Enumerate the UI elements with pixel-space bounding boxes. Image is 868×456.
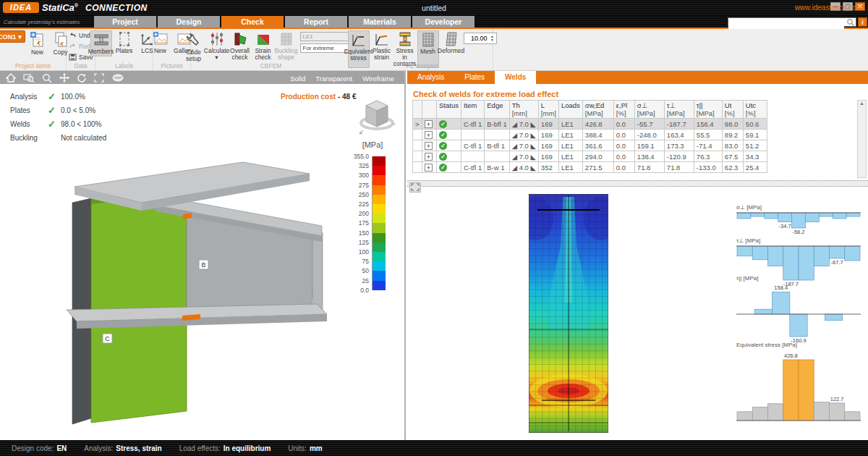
cell-t-perp: -120.9 [664,151,694,162]
weld-row[interactable]: >+✓C-tfl 1B-bfl 1◢ 7.0 ◣169LE1426.80.0-5… [413,119,767,130]
col-header[interactable]: σw,Ed[MPa] [582,101,613,119]
cell-sw-ed: 294.0 [582,151,613,162]
plates-labels-toggle[interactable]: Plates [114,30,135,56]
buckling-icon [279,31,294,47]
new-project-item-button[interactable]: New [27,30,48,56]
chart-title: σ⊥ [MPa] [736,204,864,211]
expand-row-button[interactable]: + [425,153,433,161]
expand-panel-button[interactable] [409,182,421,193]
col-header[interactable]: Status [437,101,461,119]
contact-stress-icon [397,31,413,47]
weld-row[interactable]: +✓C-tfl 1B-w 1◢ 4.0 ◣352LE1271.50.071.87… [413,162,767,173]
weld-row[interactable]: +✓◢ 7.0 ◣169LE1294.00.0138.4-120.976.367… [413,151,767,162]
statusbar-item: Analysis:Stress, strain [84,444,161,452]
expand-row-button[interactable]: + [425,142,433,150]
view-mode-wireframe[interactable]: Wireframe [362,75,394,83]
chart-1: σ⊥ [MPa]-34.7-58.2 [736,204,864,240]
cell-e-pl: 0.0 [613,130,634,140]
expand-row-button[interactable]: + [425,164,433,172]
tab-check[interactable]: Check [221,16,284,28]
col-header[interactable]: Utc[%] [743,101,767,119]
new-picture-icon [153,31,169,47]
title-bar: IDEA StatiCa® CONNECTION untitled – □ ✕ [0,0,868,16]
chart-title: τ⊥ [MPa] [736,237,864,244]
code-setup-button[interactable]: Code setup [183,30,205,63]
overall-check-button[interactable]: Overall check [229,30,251,63]
tab-materials[interactable]: Materials [349,16,411,28]
weld-row[interactable]: +✓◢ 7.0 ◣169LE1388.40.0-248.0163.455.589… [413,130,767,140]
tab-design[interactable]: Design [158,16,220,28]
buckling-shape-button[interactable]: Buckling shape [276,30,297,63]
viewport-3d[interactable]: SolidTransparentWireframe Analysis✓100.0… [0,71,406,440]
zoom-icon[interactable] [42,73,52,83]
cell-loads: LE1 [558,130,582,140]
tab-report[interactable]: Report [285,16,347,28]
members-labels-toggle[interactable]: Members [90,30,112,56]
results-tabs: AnalysisPlatesWelds [407,71,868,84]
pane-splitter[interactable] [407,180,868,187]
expand-icon [411,183,420,191]
welds-table[interactable]: StatusItemEdgeTh[mm]L[mm]Loadsσw,Ed[MPa]… [412,100,767,173]
cell-loads: LE1 [558,151,582,162]
cell-th: ◢ 4.0 ◣ [509,162,538,173]
group-project-items: CON1▾ New Copy Project items [0,29,67,70]
connection-3d-model[interactable]: B C [18,111,380,436]
pan-icon[interactable] [59,73,69,83]
tab-project[interactable]: Project [94,16,156,28]
col-header[interactable]: ε,Pl[%] [613,101,634,119]
expand-row-button[interactable]: + [425,120,433,128]
ribbon-tabs: ProjectDesignCheckReportMaterialsDevelop… [94,16,475,28]
statusbar-label: Design code: [12,444,54,452]
cell-item: C-tfl 1 [461,140,484,151]
group-fe-analysis: Equivalent stress Plastic strain Stress … [352,29,493,70]
col-header[interactable]: τ⊥[MPa] [664,101,694,119]
chart-value-label: -67.7 [831,259,843,266]
col-header[interactable]: Edge [485,101,509,119]
col-header[interactable]: Item [461,101,484,119]
deformed-scale-spinner[interactable]: 10.00 ▲▼ [464,33,497,44]
results-tab-analysis[interactable]: Analysis [407,71,454,84]
search-box[interactable] [728,17,856,27]
new-picture-button[interactable]: New [150,30,171,55]
col-header[interactable]: Loads [558,101,582,119]
info-button[interactable]: i [858,17,867,27]
row-indicator [413,151,422,162]
expand-row-button[interactable]: + [425,131,433,139]
view-mode-solid[interactable]: Solid [290,75,305,83]
cell-e-pl: 0.0 [613,119,634,130]
cell-utc: 59.1 [743,130,767,140]
view-mode-transparent[interactable]: Transparent [315,75,352,83]
cell-s-perp: 159.1 [634,140,664,151]
zoom-window-icon[interactable] [23,73,35,83]
table-scrollbar[interactable]: ▲ [857,100,867,178]
overall-check-icon [232,31,248,47]
col-header[interactable]: Ut[%] [722,101,743,119]
col-header[interactable] [413,101,422,119]
chart-value-label: 158.4 [774,284,788,291]
tab-developer[interactable]: Developer [412,16,475,28]
col-header[interactable]: L[mm] [538,101,558,119]
fit-view-icon[interactable] [94,73,104,83]
col-header[interactable]: τ||[MPa] [694,101,722,119]
calculate-button[interactable]: Calculate ▾ [206,30,228,63]
cell-ut: 83.0 [722,140,743,151]
connection-selector[interactable]: CON1▾ [0,30,25,43]
document-title: untitled [0,4,868,12]
statusbar-label: Units: [288,444,307,452]
strain-check-button[interactable]: Strain check [252,30,274,63]
clipping-icon[interactable] [111,73,124,83]
results-tab-plates[interactable]: Plates [454,71,495,84]
col-header[interactable] [422,101,437,119]
weld-stress-contour [529,194,608,433]
abacus-icon [209,31,225,47]
col-header[interactable]: Th[mm] [509,101,538,119]
website-link[interactable]: www.ideastatica.com [795,4,862,12]
weld-row[interactable]: +✓C-tfl 1B-tfl 1◢ 7.0 ◣169LE1361.60.0159… [413,140,767,151]
member-label-b: B [199,260,208,269]
cell-th: ◢ 7.0 ◣ [509,119,538,130]
cell-ut: 62.3 [722,162,743,173]
results-tab-welds[interactable]: Welds [495,71,536,84]
col-header[interactable]: σ⊥[MPa] [634,101,664,119]
home-view-icon[interactable] [6,73,16,83]
rotate-icon[interactable] [77,73,87,83]
